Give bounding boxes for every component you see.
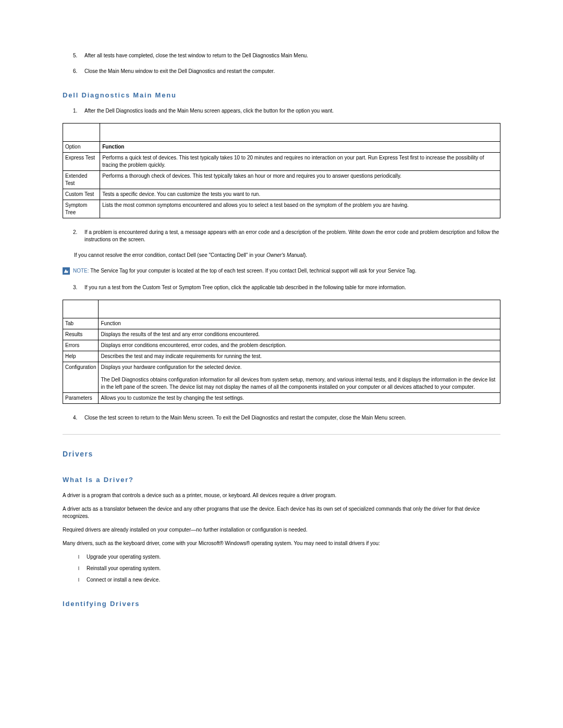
list-item: 3. If you run a test from the Custom Tes… bbox=[73, 284, 500, 291]
note-body: NOTE: The Service Tag for your computer … bbox=[73, 267, 417, 275]
cell-function: Performs a thorough check of devices. Th… bbox=[100, 171, 500, 189]
cell-option: Express Test bbox=[63, 153, 100, 171]
cell-tab: Parameters bbox=[63, 393, 99, 404]
bullet-text: Connect or install a new device. bbox=[87, 576, 160, 584]
cell-tab: Help bbox=[63, 351, 99, 362]
cell-para: Displays your hardware configuration for… bbox=[101, 364, 498, 371]
list-item: 5. After all tests have completed, close… bbox=[73, 52, 500, 59]
table-row: Extended Test Performs a thorough check … bbox=[63, 171, 500, 189]
table-row: Express Test Performs a quick test of de… bbox=[63, 153, 500, 171]
cell-function: Tests a specific device. You can customi… bbox=[100, 189, 500, 200]
note-block: NOTE: The Service Tag for your computer … bbox=[63, 267, 500, 275]
paragraph: Required drivers are already installed o… bbox=[63, 526, 500, 534]
cell-function: Allows you to customize the test by chan… bbox=[99, 393, 500, 404]
heading-what-is-driver: What Is a Driver? bbox=[63, 475, 500, 485]
divider bbox=[63, 434, 500, 435]
cell-function: Displays error conditions encountered, e… bbox=[99, 340, 500, 351]
list-item: 1. After the Dell Diagnostics loads and … bbox=[73, 107, 500, 115]
list-item: 6. Close the Main Menu window to exit th… bbox=[73, 68, 500, 75]
cell-function: Displays your hardware configuration for… bbox=[99, 362, 500, 393]
col-header-function: Function bbox=[99, 318, 500, 329]
cell-function: Lists the most common symptoms encounter… bbox=[100, 200, 500, 218]
paragraph: A driver acts as a translator between th… bbox=[63, 505, 500, 520]
table-row: Custom Test Tests a specific device. You… bbox=[63, 189, 500, 200]
cell-tab: Results bbox=[63, 329, 99, 340]
bullet-item: l Connect or install a new device. bbox=[78, 576, 500, 584]
table-row: Help Describes the test and may indicate… bbox=[63, 351, 500, 362]
list-text: If a problem is encountered during a tes… bbox=[84, 229, 500, 243]
step2-followup: If you cannot resolve the error conditio… bbox=[74, 252, 500, 259]
tabs-table: Tab Function Results Displays the result… bbox=[63, 300, 500, 404]
note-text: The Service Tag for your computer is loc… bbox=[89, 268, 417, 274]
paragraph: A driver is a program that controls a de… bbox=[63, 492, 500, 499]
bullet-mark: l bbox=[78, 565, 87, 572]
table-row: Results Displays the results of the test… bbox=[63, 329, 500, 340]
bullet-text: Upgrade your operating system. bbox=[87, 553, 161, 561]
text: If you cannot resolve the error conditio… bbox=[74, 252, 266, 258]
list-num: 1. bbox=[73, 107, 84, 115]
list-text: Close the Main Menu window to exit the D… bbox=[84, 68, 275, 75]
cell-option: Custom Test bbox=[63, 189, 100, 200]
heading-main-menu: Dell Diagnostics Main Menu bbox=[63, 91, 500, 100]
bullet-text: Reinstall your operating system. bbox=[87, 565, 161, 572]
table-row: Symptom Tree Lists the most common sympt… bbox=[63, 200, 500, 218]
driver-bullet-list: l Upgrade your operating system. l Reins… bbox=[63, 553, 500, 584]
text: ). bbox=[304, 252, 307, 258]
table-row: Parameters Allows you to customize the t… bbox=[63, 393, 500, 404]
heading-identifying-drivers: Identifying Drivers bbox=[63, 599, 500, 609]
cell-tab: Configuration bbox=[63, 362, 99, 393]
list-num: 3. bbox=[73, 284, 84, 291]
list-num: 2. bbox=[73, 229, 84, 243]
note-icon bbox=[63, 267, 70, 275]
list-num: 6. bbox=[73, 68, 84, 75]
list-item: 2. If a problem is encountered during a … bbox=[73, 229, 500, 243]
list-num: 5. bbox=[73, 52, 84, 59]
owners-manual-ref: Owner's Manual bbox=[266, 252, 304, 258]
cell-option: Extended Test bbox=[63, 171, 100, 189]
col-header-tab: Tab bbox=[63, 318, 99, 329]
intro-list: 5. After all tests have completed, close… bbox=[63, 52, 500, 75]
list-num: 4. bbox=[73, 414, 84, 422]
cell-function: Performs a quick test of devices. This t… bbox=[100, 153, 500, 171]
list-text: If you run a test from the Custom Test o… bbox=[84, 284, 406, 291]
bullet-mark: l bbox=[78, 553, 87, 561]
cell-para: The Dell Diagnostics obtains configurati… bbox=[101, 376, 498, 391]
table-row: Errors Displays error conditions encount… bbox=[63, 340, 500, 351]
list-text: After the Dell Diagnostics loads and the… bbox=[84, 107, 334, 115]
table-header-row: Option Function bbox=[63, 142, 500, 153]
note-label: NOTE: bbox=[73, 268, 89, 274]
list-item: 4. Close the test screen to return to th… bbox=[73, 414, 500, 422]
table-header-row: Tab Function bbox=[63, 318, 500, 329]
bullet-item: l Reinstall your operating system. bbox=[78, 565, 500, 572]
cell-tab: Errors bbox=[63, 340, 99, 351]
cell-option: Symptom Tree bbox=[63, 200, 100, 218]
paragraph: Many drivers, such as the keyboard drive… bbox=[63, 540, 500, 547]
bullet-mark: l bbox=[78, 576, 87, 584]
cell-function: Displays the results of the test and any… bbox=[99, 329, 500, 340]
list-text: Close the test screen to return to the M… bbox=[84, 414, 406, 422]
col-header-function: Function bbox=[100, 142, 500, 153]
bullet-item: l Upgrade your operating system. bbox=[78, 553, 500, 561]
table-row: Configuration Displays your hardware con… bbox=[63, 362, 500, 393]
options-table: Option Function Express Test Performs a … bbox=[63, 123, 500, 218]
cell-function: Describes the test and may indicate requ… bbox=[99, 351, 500, 362]
heading-drivers: Drivers bbox=[63, 449, 500, 460]
col-header-option: Option bbox=[63, 142, 100, 153]
list-text: After all tests have completed, close th… bbox=[84, 52, 308, 59]
